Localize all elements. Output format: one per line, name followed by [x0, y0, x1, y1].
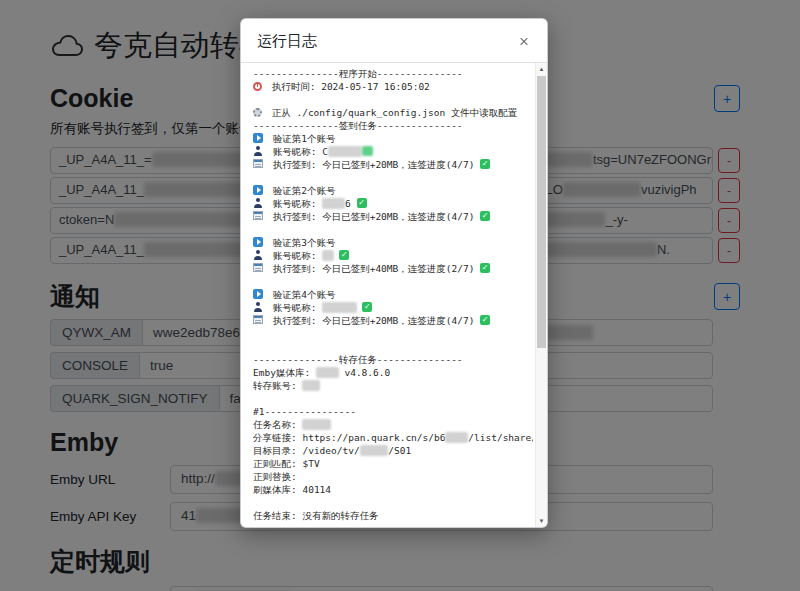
- log-line: [253, 392, 533, 405]
- text: 账号昵称: C: [267, 146, 328, 157]
- log-line: [253, 223, 533, 236]
- play-icon: [253, 133, 263, 143]
- text: 正从 ./config/quark_config.json 文件中读取配置: [266, 107, 517, 118]
- log-body: ---------------程序开始--------------- 执行时间:…: [253, 67, 533, 525]
- text: 6: [345, 198, 356, 209]
- check-icon: [480, 263, 490, 273]
- log-line: 验证第2个账号: [253, 184, 533, 197]
- redacted-text: xxxxx: [302, 419, 331, 430]
- text: 验证第1个账号: [267, 133, 335, 144]
- text: 正则替换:: [253, 471, 297, 482]
- log-line: [253, 496, 533, 509]
- log-line: 验证第3个账号: [253, 236, 533, 249]
- log-line: 执行签到: 今日已签到+20MB，连签进度(4/7): [253, 210, 533, 223]
- log-line: [253, 327, 533, 340]
- log-line: Emby媒体库: xxxx v4.8.6.0: [253, 366, 533, 379]
- text: 执行签到: 今日已签到+40MB，连签进度(2/7): [267, 263, 480, 274]
- calendar-icon: [253, 263, 263, 272]
- text: 任务结束: 没有新的转存任务: [253, 510, 378, 521]
- text: 执行签到: 今日已签到+20MB，连签进度(4/7): [267, 315, 480, 326]
- log-line: 账号昵称: xxxx6: [253, 197, 533, 210]
- close-icon[interactable]: ×: [517, 33, 531, 50]
- text: 正则匹配: $TV: [253, 458, 320, 469]
- text: 执行时间: 2024-05-17 16:05:02: [266, 81, 430, 92]
- text: ---------------转存任务---------------: [253, 354, 463, 365]
- check-icon: [480, 211, 490, 221]
- user-icon: [253, 198, 263, 208]
- log-line: [253, 171, 533, 184]
- text: 分享链接: https://pan.quark.cn/s/b6: [253, 432, 445, 443]
- text: 目标目录: /video/tv/: [253, 445, 360, 456]
- text: 执行签到: 今日已签到+20MB，连签进度(4/7): [267, 211, 480, 222]
- alarm-icon: [253, 82, 262, 91]
- check-icon: [480, 315, 490, 325]
- log-line: 正则替换:: [253, 470, 533, 483]
- log-line: 账号昵称: xxxxxx: [253, 301, 533, 314]
- scrollbar-up-arrow-icon[interactable]: ▲: [536, 63, 547, 75]
- calendar-icon: [253, 211, 263, 220]
- user-icon: [253, 146, 263, 156]
- text: #1----------------: [253, 406, 356, 417]
- text: Emby媒体库:: [253, 367, 316, 378]
- redacted-text: xx: [322, 250, 333, 261]
- user-icon: [253, 250, 263, 260]
- text: /list/share/9: [468, 432, 533, 443]
- modal-title: 运行日志: [257, 32, 317, 51]
- log-line: 执行签到: 今日已签到+40MB，连签进度(2/7): [253, 262, 533, 275]
- play-icon: [253, 185, 263, 195]
- check-icon: [480, 159, 490, 169]
- calendar-icon: [253, 159, 263, 168]
- log-line: [253, 340, 533, 353]
- scrollbar-down-arrow-icon[interactable]: ▼: [536, 515, 547, 527]
- log-scrollbar[interactable]: ▲ ▼: [535, 63, 547, 527]
- check-icon: [362, 302, 372, 312]
- run-log-modal: 运行日志 × ---------------程序开始--------------…: [240, 18, 548, 528]
- log-line: ---------------程序开始---------------: [253, 67, 533, 80]
- modal-body: ---------------程序开始--------------- 执行时间:…: [241, 63, 547, 527]
- text: 验证第3个账号: [267, 237, 335, 248]
- text: 执行签到: 今日已签到+20MB，连签进度(4/7): [267, 159, 480, 170]
- modal-header: 运行日志 ×: [241, 19, 547, 63]
- log-line: 验证第1个账号: [253, 132, 533, 145]
- scrollbar-thumb[interactable]: [537, 76, 546, 348]
- log-line: 刷媒体库: 40114: [253, 483, 533, 496]
- redacted-text: xxxxxx: [322, 302, 356, 313]
- log-line: ---------------签到任务---------------: [253, 119, 533, 132]
- log-line: [253, 93, 533, 106]
- play-icon: [253, 237, 263, 247]
- log-line: 账号昵称: Cxxxxxx: [253, 145, 533, 158]
- text: /S01: [388, 445, 411, 456]
- text: ---------------程序开始---------------: [253, 68, 463, 79]
- log-line: #1----------------: [253, 405, 533, 418]
- log-line: 执行时间: 2024-05-17 16:05:02: [253, 80, 533, 93]
- log-line: 正则匹配: $TV: [253, 457, 533, 470]
- text: 验证第4个账号: [267, 289, 335, 300]
- text: 转存账号:: [253, 380, 302, 391]
- text: 任务名称:: [253, 419, 302, 430]
- user-icon: [253, 302, 263, 312]
- redacted-text: xxxx: [316, 367, 339, 378]
- log-line: 分享链接: https://pan.quark.cn/s/b6xxxx/list…: [253, 431, 533, 444]
- text: 验证第2个账号: [267, 185, 335, 196]
- text: 刷媒体库: 40114: [253, 484, 331, 495]
- text: 账号昵称:: [267, 250, 322, 261]
- log-line: 正从 ./config/quark_config.json 文件中读取配置: [253, 106, 533, 119]
- blob-icon: [362, 146, 373, 156]
- gear-icon: [253, 108, 262, 117]
- text: 账号昵称:: [267, 198, 322, 209]
- text: v4.8.6.0: [339, 367, 390, 378]
- text: 账号昵称:: [267, 302, 322, 313]
- redacted-text: xxxxxx: [328, 146, 362, 157]
- log-line: 转存账号: xxx: [253, 379, 533, 392]
- redacted-text: xxx: [302, 380, 319, 391]
- check-icon: [357, 198, 367, 208]
- redacted-text: xxxx: [322, 198, 345, 209]
- calendar-icon: [253, 315, 263, 324]
- log-line: 任务结束: 没有新的转存任务: [253, 509, 533, 522]
- log-line: 执行签到: 今日已签到+20MB，连签进度(4/7): [253, 158, 533, 171]
- log-line: 账号昵称: xx: [253, 249, 533, 262]
- log-line: 目标目录: /video/tv/xxxxx/S01: [253, 444, 533, 457]
- redacted-text: xxxx: [445, 432, 468, 443]
- log-line: 验证第4个账号: [253, 288, 533, 301]
- check-icon: [339, 250, 349, 260]
